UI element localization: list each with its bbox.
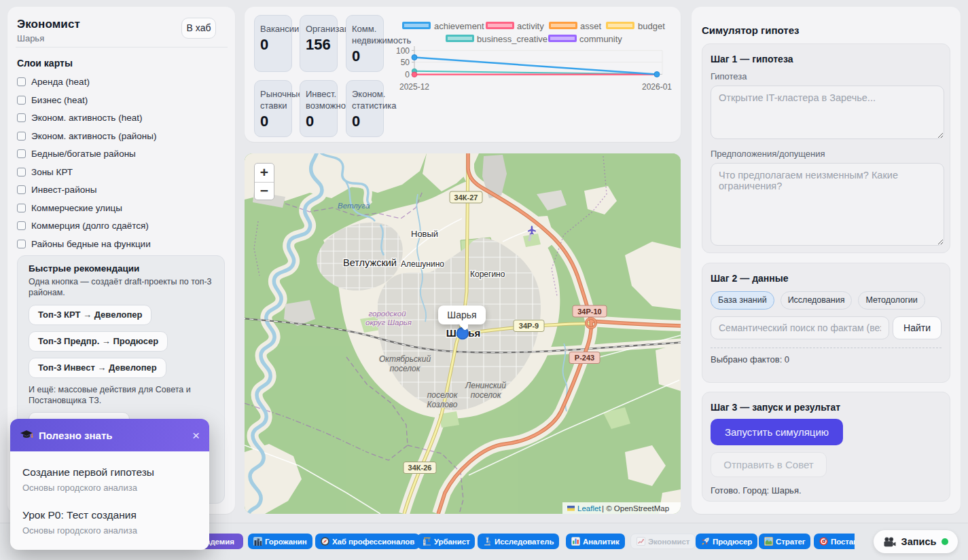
- svg-text:поселок: поселок: [390, 364, 421, 373]
- svg-text:0: 0: [405, 70, 410, 79]
- svg-text:поселок: поселок: [471, 390, 502, 400]
- svg-text:| © OpenStreetMap: | © OpenStreetMap: [602, 504, 669, 512]
- svg-text:Алешунино: Алешунино: [401, 259, 444, 269]
- svg-text:Новый: Новый: [411, 229, 438, 239]
- svg-text:поселок: поселок: [427, 390, 459, 400]
- svg-text:100: 100: [396, 46, 410, 56]
- svg-text:округ Шарья: округ Шарья: [365, 318, 412, 326]
- svg-text:34К-27: 34К-27: [454, 193, 478, 202]
- svg-text:34Р-9: 34Р-9: [519, 322, 539, 330]
- svg-text:50: 50: [401, 58, 410, 67]
- svg-text:городской: городской: [368, 310, 406, 318]
- svg-text:2025-12: 2025-12: [399, 82, 429, 92]
- svg-text:2026-01: 2026-01: [642, 82, 672, 92]
- svg-text:34К-26: 34К-26: [408, 464, 432, 472]
- svg-text:Корегино: Корегино: [470, 269, 505, 279]
- svg-text:34Р-10: 34Р-10: [577, 307, 601, 316]
- svg-text:Ленинский: Ленинский: [465, 381, 506, 390]
- svg-text:Р-243: Р-243: [575, 354, 594, 362]
- svg-text:Ветлужский: Ветлужский: [343, 257, 397, 268]
- svg-text:Октябрьский: Октябрьский: [379, 354, 431, 364]
- svg-text:Козлово: Козлово: [427, 400, 457, 409]
- svg-text:Ветлуга: Ветлуга: [338, 202, 370, 210]
- svg-text:Leaflet: Leaflet: [577, 504, 601, 512]
